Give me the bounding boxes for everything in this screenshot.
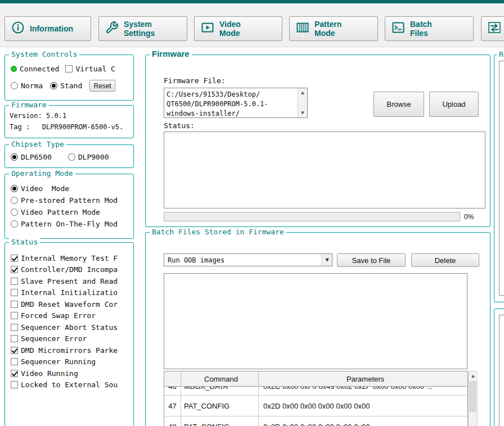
status-item: Internal Memory Test F [11,254,118,262]
scroll-up-icon[interactable]: ▲ [469,371,478,380]
upload-status-output[interactable] [164,132,485,209]
firmware-group: Firmware Firmware File: C:/Users/91533/D… [145,55,490,227]
dlp6500-radio[interactable] [11,153,18,161]
table-row[interactable]: 48 PAT_CONFIG 0x2D 0x00 0x00 0x00 0x00 0… [164,416,467,426]
status-checkbox[interactable] [11,381,18,388]
browse-button[interactable]: Browse [374,92,424,117]
dropdown-selected-value: Run OOB images [164,256,322,264]
label-line: Mode [219,29,241,38]
status-checkbox[interactable] [11,255,18,262]
command-cell: PAT_CONFIG [181,416,259,426]
video-mode-radio[interactable] [11,185,18,192]
firmware-info-group: Firmware Version: 5.0.1 Tag : DLPR900PRO… [4,105,134,138]
firmware-file-path: C:/Users/91533/Desktop/ QT6500/DLPR900PR… [166,90,296,117]
toolbar-button-batch-files[interactable]: Batch Files [385,16,474,41]
header-command-cell: Command [181,371,259,387]
firmware-file-input[interactable]: C:/Users/91533/Desktop/ QT6500/DLPR900PR… [164,88,308,118]
status-item-label: Slave Present and Read [21,277,118,285]
status-body: Internal Memory Test F Controller/DMD In… [5,243,133,426]
label-line: Files [410,29,432,38]
chipset-body: DLP6500 DLP9000 [5,145,133,167]
file-input-scrollbar[interactable]: ▲ ▼ [298,88,307,117]
table-scrollbar[interactable]: ▲ [468,371,478,426]
status-item: DMD Reset Waveform Cor [11,300,118,309]
delete-button[interactable]: Delete [411,253,479,267]
command-text: PAT_CONFIG [184,402,230,410]
firmware-tag-text: Tag : DLPR900PROM-6500-v5. [10,123,123,131]
pattern-mode-icon [296,21,309,37]
save-to-file-button[interactable]: Save to File [337,253,406,267]
label-line: Settings [124,29,155,38]
file-path-line: windows-installer/ [166,109,296,117]
upload-progress-bar [164,212,460,221]
group-title: Chipset Type [9,140,66,148]
command-text: PAT_CONFIG [184,423,230,426]
params-cell: 0x2D 0x00 0x00 0x00 0x00 0x00 [259,396,467,416]
status-checkbox[interactable] [11,335,18,342]
table-row[interactable]: 46 MBOX_DATA 0x2C 0x00 0xF0 0x49 0x02 0x… [164,387,467,396]
prestored-pattern-radio[interactable] [11,197,18,204]
video-pattern-radio[interactable] [11,209,18,216]
toolbar-button-label: System Settings [124,20,155,38]
group-title: Status [9,238,40,246]
connected-label: Connected [20,65,59,73]
file-path-line: QT6500/DLPR900PROM-5.0.1- [166,99,296,109]
toolbar-button-partial[interactable] [481,16,504,41]
firmware-info-body: Version: 5.0.1 Tag : DLPR900PROM-6500-v5… [5,106,133,138]
status-checkbox[interactable] [11,347,18,354]
scroll-down-icon[interactable]: ▼ [298,108,307,117]
status-checkbox[interactable] [11,312,18,319]
virtual-connect-checkbox[interactable] [65,65,73,72]
connection-row: Connected Virtual C [11,65,115,73]
status-checkbox[interactable] [11,324,18,331]
status-checkbox[interactable] [11,278,18,285]
row-index-cell: 47 [164,396,181,416]
toolbar-button-system-settings[interactable]: System Settings [98,16,187,41]
video-mode-icon [201,21,214,37]
right-panel-box-2[interactable] [499,315,504,426]
right-panel-box[interactable] [499,61,504,296]
row-index-cell: 48 [164,416,181,426]
reset-button[interactable]: Reset [89,80,115,92]
batch-file-dropdown[interactable]: Run OOB images ▼ [164,253,332,266]
info-icon [11,21,25,37]
toolbar-button-label: Pattern Mode [314,20,341,38]
chipset-type-group: Chipset Type DLP6500 DLP9000 [4,144,134,168]
batch-files-body: Run OOB images ▼ Save to File Delete Com… [146,233,490,426]
table-row[interactable]: 47 PAT_CONFIG 0x2D 0x00 0x00 0x00 0x00 0… [164,396,467,416]
status-checkbox[interactable] [11,358,18,365]
toolbar-button-video-mode[interactable]: Video Mode [194,16,282,41]
row-index: 47 [168,402,176,410]
chevron-down-icon: ▼ [322,254,332,266]
status-checkbox[interactable] [11,370,18,377]
status-item-label: Internal Initializatio [21,288,118,297]
batch-output-list[interactable] [164,273,467,369]
status-checkbox[interactable] [11,301,18,308]
batch-files-group: Batch Files Stored in Firmware Run OOB i… [145,232,490,426]
batch-command-table: Command Parameters 46 MBOX_DATA 0x2C 0x0… [164,371,468,426]
firmware-version-text: Version: 5.0.1 [10,112,66,120]
upload-status-label: Status: [164,121,195,130]
pattern-otf-radio[interactable] [11,220,18,228]
params-cell: 0x2D 0x00 0x00 0x00 0x00 0x00 [259,416,467,426]
connected-indicator-icon [11,66,17,72]
status-item: DMD Micromirrors Parke [11,346,118,355]
upload-button[interactable]: Upload [429,92,479,117]
toolbar-button-information[interactable]: Information [4,16,91,41]
normal-mode-radio[interactable] [11,82,18,89]
toolbar-button-pattern-mode[interactable]: Pattern Mode [289,16,378,41]
swap-icon [488,21,501,37]
group-title: System Controls [9,50,79,58]
status-checkbox[interactable] [11,289,18,296]
status-item: Sequencer Error [11,334,87,343]
standby-mode-radio[interactable] [50,82,57,89]
scrollbar-thumb[interactable] [469,381,476,412]
operating-mode-option: Video Mode [11,184,69,193]
status-checkbox[interactable] [11,266,18,273]
label-line: Information [30,24,73,33]
firmware-file-label: Firmware File: [164,76,226,85]
dlp9000-radio[interactable] [68,153,75,161]
scroll-up-icon[interactable]: ▲ [298,88,307,97]
group-title: Firmware [9,101,49,109]
progress-percent: 0% [464,213,474,221]
